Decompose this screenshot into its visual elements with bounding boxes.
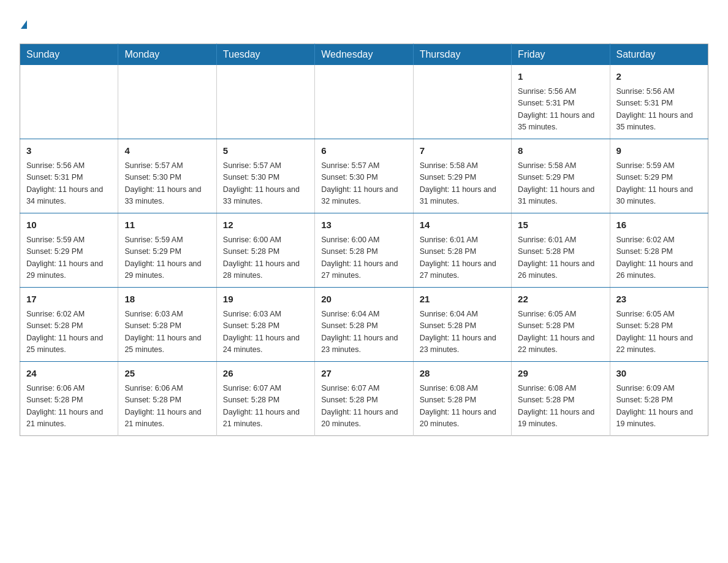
calendar-cell: 14Sunrise: 6:01 AMSunset: 5:28 PMDayligh… bbox=[413, 213, 511, 287]
logo-triangle-icon bbox=[21, 20, 27, 29]
day-number: 26 bbox=[223, 367, 308, 381]
calendar-cell: 13Sunrise: 6:00 AMSunset: 5:28 PMDayligh… bbox=[315, 213, 413, 287]
calendar-week-row: 1Sunrise: 5:56 AMSunset: 5:31 PMDaylight… bbox=[20, 65, 708, 139]
day-number: 28 bbox=[420, 367, 505, 381]
day-number: 4 bbox=[124, 144, 210, 158]
calendar-cell: 11Sunrise: 5:59 AMSunset: 5:29 PMDayligh… bbox=[118, 213, 216, 287]
calendar-cell: 25Sunrise: 6:06 AMSunset: 5:28 PMDayligh… bbox=[118, 361, 216, 435]
day-number: 19 bbox=[223, 293, 308, 307]
calendar-cell bbox=[216, 65, 314, 139]
day-number: 30 bbox=[616, 367, 702, 381]
day-number: 10 bbox=[26, 218, 112, 232]
day-info: Sunrise: 5:57 AMSunset: 5:30 PMDaylight:… bbox=[223, 160, 308, 208]
day-number: 9 bbox=[616, 144, 702, 158]
calendar-cell: 10Sunrise: 5:59 AMSunset: 5:29 PMDayligh… bbox=[20, 213, 118, 287]
calendar-cell: 30Sunrise: 6:09 AMSunset: 5:28 PMDayligh… bbox=[610, 361, 708, 435]
day-info: Sunrise: 6:01 AMSunset: 5:28 PMDaylight:… bbox=[420, 234, 505, 282]
calendar-cell: 16Sunrise: 6:02 AMSunset: 5:28 PMDayligh… bbox=[610, 213, 708, 287]
calendar-cell bbox=[118, 65, 216, 139]
day-info: Sunrise: 5:58 AMSunset: 5:29 PMDaylight:… bbox=[518, 160, 603, 208]
header-friday: Friday bbox=[512, 44, 610, 65]
day-number: 12 bbox=[223, 218, 308, 232]
calendar-cell: 15Sunrise: 6:01 AMSunset: 5:28 PMDayligh… bbox=[512, 213, 610, 287]
day-info: Sunrise: 6:04 AMSunset: 5:28 PMDaylight:… bbox=[321, 308, 406, 356]
calendar-cell: 19Sunrise: 6:03 AMSunset: 5:28 PMDayligh… bbox=[216, 287, 314, 361]
day-info: Sunrise: 5:56 AMSunset: 5:31 PMDaylight:… bbox=[26, 160, 112, 208]
calendar-cell: 20Sunrise: 6:04 AMSunset: 5:28 PMDayligh… bbox=[315, 287, 413, 361]
day-info: Sunrise: 6:04 AMSunset: 5:28 PMDaylight:… bbox=[420, 308, 505, 356]
day-number: 17 bbox=[26, 293, 112, 307]
day-number: 2 bbox=[616, 70, 702, 84]
day-number: 27 bbox=[321, 367, 406, 381]
calendar-cell bbox=[20, 65, 118, 139]
calendar-cell: 18Sunrise: 6:03 AMSunset: 5:28 PMDayligh… bbox=[118, 287, 216, 361]
calendar-cell: 9Sunrise: 5:59 AMSunset: 5:29 PMDaylight… bbox=[610, 139, 708, 213]
day-number: 22 bbox=[518, 293, 603, 307]
day-number: 14 bbox=[420, 218, 505, 232]
header-monday: Monday bbox=[118, 44, 216, 65]
calendar-cell: 4Sunrise: 5:57 AMSunset: 5:30 PMDaylight… bbox=[118, 139, 216, 213]
calendar-cell: 5Sunrise: 5:57 AMSunset: 5:30 PMDaylight… bbox=[216, 139, 314, 213]
logo bbox=[20, 15, 27, 33]
day-info: Sunrise: 6:06 AMSunset: 5:28 PMDaylight:… bbox=[26, 383, 112, 431]
calendar-cell: 24Sunrise: 6:06 AMSunset: 5:28 PMDayligh… bbox=[20, 361, 118, 435]
day-info: Sunrise: 5:59 AMSunset: 5:29 PMDaylight:… bbox=[26, 234, 112, 282]
day-info: Sunrise: 6:05 AMSunset: 5:28 PMDaylight:… bbox=[616, 308, 702, 356]
day-info: Sunrise: 6:08 AMSunset: 5:28 PMDaylight:… bbox=[518, 383, 603, 431]
calendar-cell: 29Sunrise: 6:08 AMSunset: 5:28 PMDayligh… bbox=[512, 361, 610, 435]
calendar-cell: 23Sunrise: 6:05 AMSunset: 5:28 PMDayligh… bbox=[610, 287, 708, 361]
day-info: Sunrise: 5:59 AMSunset: 5:29 PMDaylight:… bbox=[124, 234, 210, 282]
day-number: 13 bbox=[321, 218, 406, 232]
calendar-cell bbox=[413, 65, 511, 139]
day-info: Sunrise: 5:57 AMSunset: 5:30 PMDaylight:… bbox=[321, 160, 406, 208]
day-info: Sunrise: 6:07 AMSunset: 5:28 PMDaylight:… bbox=[321, 383, 406, 431]
day-info: Sunrise: 6:00 AMSunset: 5:28 PMDaylight:… bbox=[223, 234, 308, 282]
day-number: 21 bbox=[420, 293, 505, 307]
day-info: Sunrise: 5:58 AMSunset: 5:29 PMDaylight:… bbox=[420, 160, 505, 208]
day-number: 29 bbox=[518, 367, 603, 381]
day-number: 7 bbox=[420, 144, 505, 158]
day-info: Sunrise: 6:03 AMSunset: 5:28 PMDaylight:… bbox=[223, 308, 308, 356]
weekday-header-row: Sunday Monday Tuesday Wednesday Thursday… bbox=[20, 44, 708, 65]
header bbox=[20, 15, 708, 33]
day-info: Sunrise: 6:08 AMSunset: 5:28 PMDaylight:… bbox=[420, 383, 505, 431]
calendar-cell: 1Sunrise: 5:56 AMSunset: 5:31 PMDaylight… bbox=[512, 65, 610, 139]
calendar-cell: 22Sunrise: 6:05 AMSunset: 5:28 PMDayligh… bbox=[512, 287, 610, 361]
calendar-cell: 7Sunrise: 5:58 AMSunset: 5:29 PMDaylight… bbox=[413, 139, 511, 213]
calendar-cell: 28Sunrise: 6:08 AMSunset: 5:28 PMDayligh… bbox=[413, 361, 511, 435]
header-wednesday: Wednesday bbox=[315, 44, 413, 65]
day-number: 1 bbox=[518, 70, 603, 84]
day-info: Sunrise: 6:09 AMSunset: 5:28 PMDaylight:… bbox=[616, 383, 702, 431]
day-number: 15 bbox=[518, 218, 603, 232]
day-number: 25 bbox=[124, 367, 210, 381]
calendar-cell: 27Sunrise: 6:07 AMSunset: 5:28 PMDayligh… bbox=[315, 361, 413, 435]
day-number: 24 bbox=[26, 367, 112, 381]
day-info: Sunrise: 6:02 AMSunset: 5:28 PMDaylight:… bbox=[616, 234, 702, 282]
calendar-cell: 21Sunrise: 6:04 AMSunset: 5:28 PMDayligh… bbox=[413, 287, 511, 361]
calendar-cell: 26Sunrise: 6:07 AMSunset: 5:28 PMDayligh… bbox=[216, 361, 314, 435]
calendar-cell: 12Sunrise: 6:00 AMSunset: 5:28 PMDayligh… bbox=[216, 213, 314, 287]
day-number: 6 bbox=[321, 144, 406, 158]
day-info: Sunrise: 5:59 AMSunset: 5:29 PMDaylight:… bbox=[616, 160, 702, 208]
calendar-cell: 8Sunrise: 5:58 AMSunset: 5:29 PMDaylight… bbox=[512, 139, 610, 213]
day-number: 18 bbox=[124, 293, 210, 307]
day-info: Sunrise: 5:56 AMSunset: 5:31 PMDaylight:… bbox=[518, 86, 603, 134]
day-number: 5 bbox=[223, 144, 308, 158]
day-number: 20 bbox=[321, 293, 406, 307]
day-info: Sunrise: 5:57 AMSunset: 5:30 PMDaylight:… bbox=[124, 160, 210, 208]
day-info: Sunrise: 5:56 AMSunset: 5:31 PMDaylight:… bbox=[616, 86, 702, 134]
day-info: Sunrise: 6:01 AMSunset: 5:28 PMDaylight:… bbox=[518, 234, 603, 282]
day-info: Sunrise: 6:00 AMSunset: 5:28 PMDaylight:… bbox=[321, 234, 406, 282]
calendar-cell: 17Sunrise: 6:02 AMSunset: 5:28 PMDayligh… bbox=[20, 287, 118, 361]
day-number: 8 bbox=[518, 144, 603, 158]
calendar-week-row: 10Sunrise: 5:59 AMSunset: 5:29 PMDayligh… bbox=[20, 213, 708, 287]
calendar-cell bbox=[315, 65, 413, 139]
day-number: 11 bbox=[124, 218, 210, 232]
calendar-week-row: 24Sunrise: 6:06 AMSunset: 5:28 PMDayligh… bbox=[20, 361, 708, 435]
day-number: 23 bbox=[616, 293, 702, 307]
calendar-cell: 6Sunrise: 5:57 AMSunset: 5:30 PMDaylight… bbox=[315, 139, 413, 213]
header-saturday: Saturday bbox=[610, 44, 708, 65]
calendar-week-row: 17Sunrise: 6:02 AMSunset: 5:28 PMDayligh… bbox=[20, 287, 708, 361]
day-info: Sunrise: 6:02 AMSunset: 5:28 PMDaylight:… bbox=[26, 308, 112, 356]
day-number: 16 bbox=[616, 218, 702, 232]
